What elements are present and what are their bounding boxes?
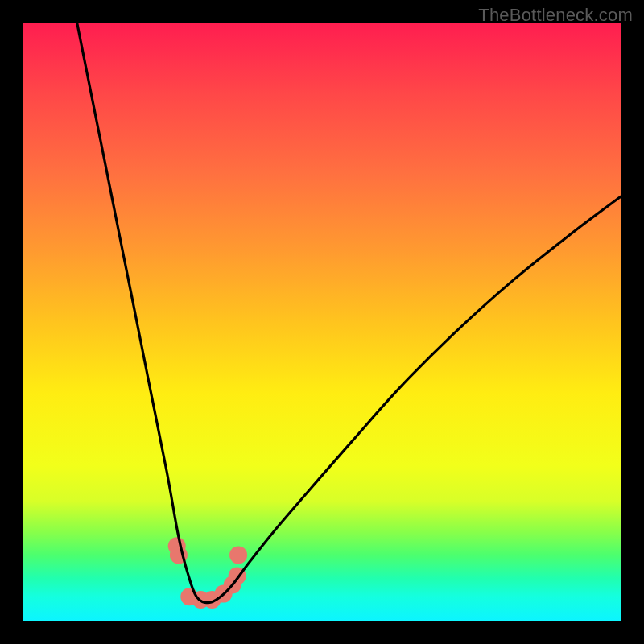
highlight-dot [229, 546, 247, 564]
chart-svg [23, 23, 621, 621]
plot-area [23, 23, 621, 621]
chart-frame: TheBottleneck.com [0, 0, 644, 644]
bottleneck-curve-path [77, 23, 621, 603]
